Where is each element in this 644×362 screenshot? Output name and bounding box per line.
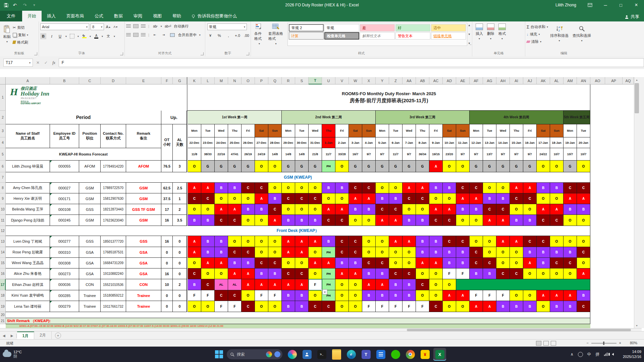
shift-cell[interactable]: C: [402, 268, 416, 279]
shift-cell[interactable]: C: [188, 193, 201, 204]
date-header-cell[interactable]: 16-Jan: [523, 137, 537, 148]
shift-cell[interactable]: C: [241, 183, 255, 193]
col-header-Z[interactable]: Z: [389, 77, 402, 84]
shift-cell[interactable]: B: [577, 290, 590, 301]
shift-cell[interactable]: O: [201, 268, 215, 279]
shift-cell[interactable]: B: [537, 183, 550, 193]
staff-name-cell[interactable]: Rose Peng 彭晓露: [6, 247, 50, 258]
staff-id-cell[interactable]: 000277: [50, 236, 79, 247]
shift-cell[interactable]: O: [537, 161, 550, 172]
shift-cell[interactable]: B: [402, 215, 416, 226]
shift-cell[interactable]: C: [577, 301, 590, 312]
sheet-nav-right-icon[interactable]: ▶: [8, 334, 16, 338]
shift-cell[interactable]: F: [470, 290, 483, 301]
staff-position-cell[interactable]: Trainee: [79, 301, 101, 312]
week-band[interactable]: 5th Week 第五周: [564, 111, 590, 124]
shift-cell[interactable]: O: [228, 193, 241, 204]
forecast-cell[interactable]: 19/15: [429, 148, 443, 161]
staff-ot-cell[interactable]: 0: [161, 258, 173, 268]
shift-cell[interactable]: C: [443, 236, 456, 247]
staff-name-cell[interactable]: Django Peng 彭瑔皓: [6, 215, 50, 226]
shift-cell[interactable]: A: [255, 279, 268, 290]
app-teams-icon[interactable]: T: [360, 348, 372, 361]
shift-cell[interactable]: A: [282, 247, 295, 258]
shift-cell[interactable]: O: [496, 247, 510, 258]
shift-cell[interactable]: B: [188, 279, 201, 290]
shift-cell[interactable]: G: [241, 161, 255, 172]
date-header-cell[interactable]: 10-Jan: [443, 137, 456, 148]
shift-cell[interactable]: C: [470, 258, 483, 268]
shift-cell[interactable]: O: [577, 258, 590, 268]
shift-cell[interactable]: PH: [322, 268, 335, 279]
shift-cell[interactable]: A: [389, 236, 402, 247]
shift-cell[interactable]: O: [241, 193, 255, 204]
day-header-cell[interactable]: Mon: [470, 124, 483, 137]
shift-cell[interactable]: F: [402, 301, 416, 312]
shift-cell[interactable]: A: [282, 236, 295, 247]
shift-cell[interactable]: O: [188, 258, 201, 268]
shift-cell[interactable]: A: [416, 258, 429, 268]
shift-cell[interactable]: C: [443, 215, 456, 226]
shift-cell[interactable]: B: [349, 204, 362, 215]
app-file-explorer-icon[interactable]: [330, 348, 343, 361]
date-header-cell[interactable]: 28-Dec: [268, 137, 282, 148]
shift-cell[interactable]: O: [389, 183, 402, 193]
staff-contact-cell[interactable]: 15812907630: [101, 193, 126, 204]
staff-remark-cell[interactable]: CON: [126, 279, 161, 290]
shift-cell[interactable]: O: [335, 161, 349, 172]
staff-id-cell[interactable]: 000285: [50, 290, 79, 301]
day-header-cell[interactable]: Sun: [268, 124, 282, 137]
shift-cell[interactable]: O: [564, 236, 577, 247]
shift-cell[interactable]: C: [255, 258, 268, 268]
date-header-cell[interactable]: 23-Dec: [201, 137, 215, 148]
row-header-6[interactable]: 6: [0, 161, 6, 172]
staff-contact-cell[interactable]: 17623623040: [101, 215, 126, 226]
shift-cell[interactable]: O: [322, 193, 335, 204]
day-header-cell[interactable]: Thu: [228, 124, 241, 137]
shift-cell[interactable]: O: [215, 193, 228, 204]
shift-cell[interactable]: C: [309, 193, 322, 204]
shift-cell[interactable]: O: [429, 279, 443, 290]
staff-id-cell[interactable]: 000310: [50, 247, 79, 258]
staff-al-cell[interactable]: 0: [173, 236, 187, 247]
shift-cell[interactable]: B: [429, 183, 443, 193]
forecast-cell[interactable]: 24/19: [255, 148, 268, 161]
staff-al-cell[interactable]: 0: [173, 301, 187, 312]
select-all-corner[interactable]: [0, 77, 6, 84]
staff-id-cell[interactable]: 000036: [50, 279, 79, 290]
shift-cell[interactable]: AL: [215, 279, 228, 290]
forecast-cell[interactable]: 26/19: [241, 148, 255, 161]
col-header-AB[interactable]: AB: [416, 77, 429, 84]
col-header-F[interactable]: F: [161, 77, 173, 84]
row-header-15[interactable]: 15: [0, 258, 6, 268]
day-header-cell[interactable]: Tue: [389, 124, 402, 137]
shift-cell[interactable]: O: [443, 161, 456, 172]
date-header-cell[interactable]: 19-Jan: [564, 137, 577, 148]
row-header-8[interactable]: 8: [0, 183, 6, 193]
shift-cell[interactable]: A: [362, 193, 376, 204]
shift-cell[interactable]: B: [268, 268, 282, 279]
zoom-level[interactable]: 80%: [630, 341, 637, 345]
shift-cell[interactable]: O: [550, 193, 564, 204]
shift-cell[interactable]: C: [550, 215, 564, 226]
vertical-scrollbar[interactable]: [634, 77, 640, 328]
shift-cell[interactable]: G: [564, 161, 577, 172]
staff-id-cell[interactable]: 000171: [50, 193, 79, 204]
shift-cell[interactable]: PH: [322, 161, 335, 172]
shift-cell[interactable]: G: [416, 161, 429, 172]
day-header-cell[interactable]: Thu: [416, 124, 429, 137]
shift-cell[interactable]: A: [335, 204, 349, 215]
shift-cell[interactable]: A: [309, 258, 322, 268]
shift-cell[interactable]: B: [376, 268, 389, 279]
shift-cell[interactable]: B: [295, 215, 309, 226]
shift-cell[interactable]: A: [362, 279, 376, 290]
shift-cell[interactable]: A: [228, 268, 241, 279]
week-band[interactable]: 2nd Week 第二周: [282, 111, 376, 124]
shift-cell[interactable]: A: [496, 236, 510, 247]
staff-al-cell[interactable]: 2: [173, 279, 187, 290]
staff-position-cell[interactable]: CON: [79, 279, 101, 290]
shift-cell[interactable]: B: [456, 258, 470, 268]
shift-cell[interactable]: C: [295, 193, 309, 204]
staff-ot-cell[interactable]: 16: [161, 215, 173, 226]
forecast-cell[interactable]: 24/22: [537, 148, 550, 161]
